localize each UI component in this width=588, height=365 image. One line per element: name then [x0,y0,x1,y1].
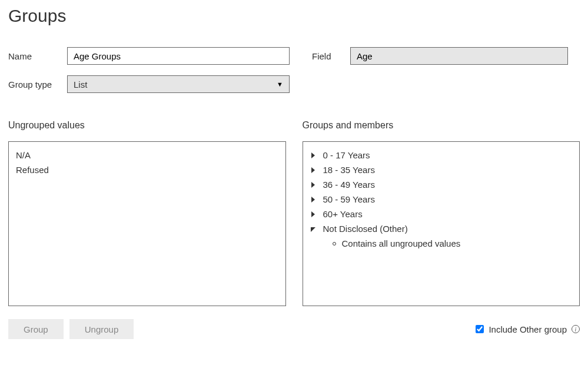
expand-icon[interactable] [310,197,316,203]
group-row[interactable]: Not Disclosed (Other) [310,221,573,236]
ungrouped-column: Ungrouped values N/ARefused [8,120,286,306]
button-row: Group Ungroup [8,319,134,339]
group-type-row: Group type List ▼ [8,75,580,93]
groups-heading: Groups and members [303,120,580,131]
groups-column: Groups and members 0 - 17 Years18 - 35 Y… [303,120,580,306]
group-child-text: Contains all ungrouped values [342,238,461,248]
ungrouped-heading: Ungrouped values [8,120,286,131]
include-other-checkbox[interactable] [476,325,484,333]
expand-icon[interactable] [310,211,316,217]
ungrouped-item[interactable]: Refused [16,162,278,177]
group-child: Contains all ungrouped values [310,236,573,251]
group-label: 0 - 17 Years [323,150,370,160]
ungrouped-listbox[interactable]: N/ARefused [8,141,286,306]
group-button[interactable]: Group [8,319,64,339]
groups-listbox[interactable]: 0 - 17 Years18 - 35 Years36 - 49 Years50… [303,141,580,306]
field-input [350,47,568,65]
group-row[interactable]: 36 - 49 Years [310,177,573,192]
name-input[interactable] [67,47,290,65]
group-row[interactable]: 0 - 17 Years [310,148,573,162]
group-label: Not Disclosed (Other) [323,224,408,234]
field-label: Field [312,51,344,61]
name-label: Name [8,51,61,61]
group-type-value: List [74,79,277,89]
name-field-row: Name Field [8,47,580,65]
collapse-icon[interactable] [310,226,316,232]
ungroup-button[interactable]: Ungroup [69,319,134,339]
expand-icon[interactable] [310,182,316,188]
include-other-wrap[interactable]: Include Other group i [476,324,580,334]
group-label: 50 - 59 Years [323,194,375,204]
group-label: 18 - 35 Years [323,165,375,175]
group-row[interactable]: 60+ Years [310,207,573,221]
include-other-label: Include Other group [489,324,567,334]
bullet-icon [333,242,336,245]
group-type-label: Group type [8,79,61,89]
chevron-down-icon: ▼ [277,81,283,88]
group-row[interactable]: 50 - 59 Years [310,192,573,207]
group-label: 36 - 49 Years [323,180,375,190]
group-label: 60+ Years [323,209,363,219]
group-row[interactable]: 18 - 35 Years [310,162,573,177]
info-icon[interactable]: i [572,325,580,333]
expand-icon[interactable] [310,167,316,173]
page-title: Groups [8,6,580,26]
expand-icon[interactable] [310,152,316,158]
group-type-select[interactable]: List ▼ [67,75,290,93]
ungrouped-item[interactable]: N/A [16,148,278,162]
